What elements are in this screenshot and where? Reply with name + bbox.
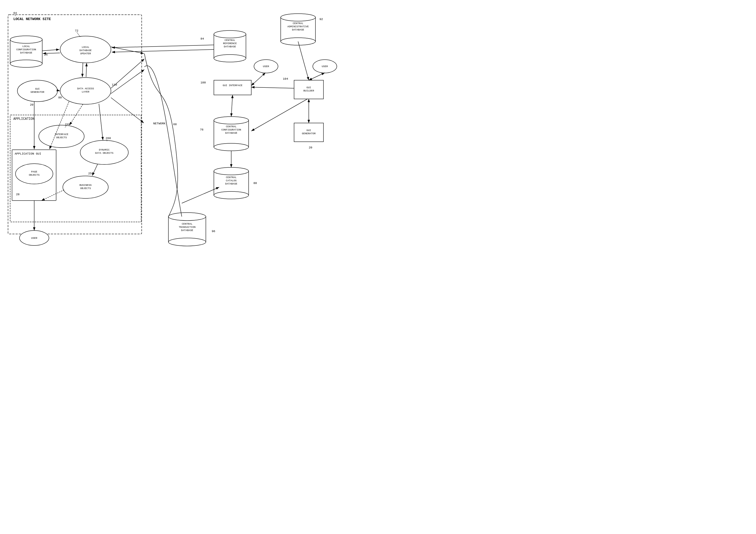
- svg-point-21: [214, 167, 249, 175]
- svg-line-41: [231, 95, 232, 117]
- svg-text:BUILDER: BUILDER: [303, 89, 314, 92]
- svg-text:OBJECTS: OBJECTS: [29, 174, 40, 177]
- svg-point-19: [214, 143, 249, 151]
- ref-28: 28: [16, 193, 19, 196]
- gui-interface-box: [214, 80, 251, 95]
- ref-84: 84: [201, 37, 204, 41]
- svg-point-6: [10, 36, 42, 43]
- svg-line-29: [86, 63, 87, 77]
- svg-line-50: [111, 98, 144, 123]
- svg-line-28: [82, 63, 83, 77]
- svg-text:DATABASE: DATABASE: [224, 45, 236, 48]
- svg-text:ADMINISTRATIVE: ADMINISTRATIVE: [287, 25, 309, 28]
- svg-line-38: [112, 45, 214, 47]
- svg-text:DATABASE: DATABASE: [225, 183, 237, 185]
- svg-line-34: [92, 164, 97, 176]
- central-ref-db-label: CENTRAL: [225, 39, 235, 42]
- user-right-label: USER: [322, 65, 328, 68]
- ref-72: 72: [75, 29, 78, 32]
- ref-24: 24: [44, 53, 48, 56]
- svg-text:DATABASE: DATABASE: [292, 28, 304, 31]
- dynamic-data-objects-label: DYNAMIC: [99, 149, 110, 151]
- svg-line-40: [251, 73, 265, 86]
- user-local-label: USER: [31, 237, 38, 239]
- svg-point-24: [168, 212, 206, 221]
- svg-line-35: [41, 190, 64, 201]
- diagram: LOCAL NETWORK SITE 64 24 72 110 20 80 AP…: [0, 0, 378, 267]
- svg-point-18: [214, 117, 249, 124]
- svg-line-51: [182, 187, 219, 203]
- network-label: NETWORK: [153, 122, 166, 125]
- interface-objects-label: INTERFACE: [55, 133, 68, 136]
- svg-text:REFERENCE: REFERENCE: [223, 42, 237, 45]
- svg-line-53: [111, 47, 144, 53]
- user-central-label: USER: [263, 65, 269, 68]
- svg-text:OBJECTS: OBJECTS: [56, 136, 67, 139]
- svg-line-30: [58, 90, 60, 91]
- gui-builder-label: GUI: [306, 86, 311, 89]
- svg-text:DATABASE: DATABASE: [225, 131, 237, 134]
- svg-text:DATA OBJECTS: DATA OBJECTS: [95, 152, 114, 155]
- local-db-updater-label: LOCAL: [82, 46, 90, 49]
- ref-20-local: 20: [30, 103, 33, 106]
- ref-88: 88: [254, 182, 257, 185]
- svg-text:UPDATER: UPDATER: [80, 52, 91, 55]
- svg-text:DATABASE: DATABASE: [181, 229, 193, 232]
- ref-64: 64: [14, 12, 17, 15]
- svg-point-12: [214, 31, 246, 38]
- svg-point-22: [214, 191, 249, 199]
- application-gui-label: APPLICATION GUI: [15, 152, 41, 155]
- gui-generator-local-label: GUI: [35, 87, 40, 90]
- svg-text:DATABASE: DATABASE: [20, 51, 32, 54]
- ref-260: 260: [106, 137, 111, 140]
- ref-92: 92: [319, 18, 323, 21]
- svg-text:DATABASE: DATABASE: [79, 49, 92, 52]
- local-network-label: LOCAL NETWORK SITE: [14, 17, 51, 21]
- svg-point-13: [214, 55, 246, 62]
- gui-generator-right-label: GUI: [306, 129, 311, 132]
- svg-line-8: [77, 32, 80, 37]
- svg-line-26: [42, 49, 59, 51]
- svg-line-43: [251, 87, 294, 88]
- svg-text:GENERATOR: GENERATOR: [302, 132, 316, 135]
- svg-line-42: [309, 73, 325, 80]
- business-objects-label: BUSINESS: [79, 184, 92, 187]
- central-config-db-label: CENTRAL: [226, 125, 237, 128]
- local-config-db-label: LOCAL: [22, 45, 30, 48]
- ref-104: 104: [283, 77, 288, 80]
- central-transaction-db-label: CENTRAL: [182, 222, 193, 225]
- svg-text:TRANSACTION: TRANSACTION: [179, 226, 196, 229]
- svg-line-32: [69, 104, 83, 125]
- svg-point-25: [168, 238, 206, 246]
- svg-line-46: [298, 42, 309, 80]
- svg-text:OBJECTS: OBJECTS: [80, 187, 91, 190]
- svg-text:GENERATOR: GENERATOR: [31, 91, 44, 94]
- ref-248: 248: [65, 123, 70, 126]
- ref-100: 100: [201, 81, 206, 84]
- svg-line-49: [111, 70, 144, 94]
- svg-text:LAYER: LAYER: [82, 90, 90, 93]
- page-objects-label: PAGE: [31, 170, 38, 173]
- svg-text:CATALOG: CATALOG: [226, 179, 237, 182]
- ref-80: 80: [58, 96, 62, 99]
- data-access-layer-label: DATA ACCESS: [77, 87, 94, 90]
- svg-line-48: [111, 59, 144, 88]
- central-catalog-db-label: CENTRAL: [226, 176, 237, 179]
- svg-line-33: [99, 104, 103, 140]
- gui-interface-label: GUI INTERFACE: [223, 84, 242, 87]
- ref-20-right: 20: [309, 146, 312, 149]
- central-admin-db-label: CENTRAL: [293, 22, 303, 25]
- svg-text:CONFIGURATION: CONFIGURATION: [16, 48, 36, 51]
- ref-96: 96: [212, 230, 215, 233]
- svg-point-15: [281, 14, 315, 21]
- svg-text:CONFIGURATION: CONFIGURATION: [221, 128, 241, 131]
- svg-point-7: [10, 60, 42, 68]
- ref-76: 76: [200, 128, 203, 131]
- ref-68: 68: [173, 123, 177, 126]
- application-label: APPLICATION: [14, 117, 35, 121]
